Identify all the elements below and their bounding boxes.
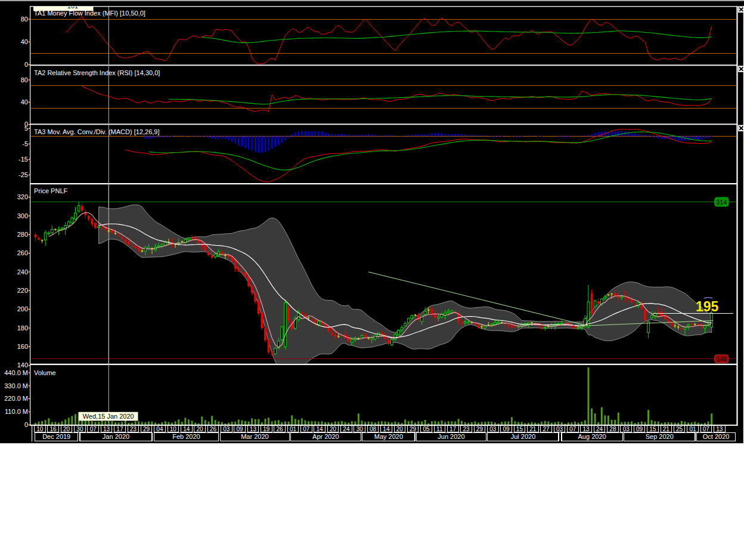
svg-text:440.0 M: 440.0 M — [4, 369, 28, 376]
svg-text:28: 28 — [609, 426, 616, 432]
svg-text:13: 13 — [103, 426, 110, 432]
svg-text:07: 07 — [90, 426, 97, 432]
svg-text:04: 04 — [156, 426, 163, 432]
svg-text:19: 19 — [263, 426, 270, 432]
svg-text:15: 15 — [516, 426, 523, 432]
svg-text:20: 20 — [396, 426, 404, 432]
svg-text:330.0 M: 330.0 M — [4, 382, 28, 389]
svg-text:Aug 2020: Aug 2020 — [578, 433, 606, 440]
svg-text:314: 314 — [716, 199, 727, 206]
svg-text:240: 240 — [17, 268, 28, 276]
svg-text:13: 13 — [583, 426, 590, 432]
svg-text:10: 10 — [36, 426, 44, 432]
svg-text:20: 20 — [330, 426, 337, 432]
svg-text:-15: -15 — [18, 156, 28, 163]
svg-text:01: 01 — [290, 426, 297, 432]
svg-text:03: 03 — [623, 426, 630, 432]
svg-text:21: 21 — [663, 426, 670, 432]
svg-text:Mar 2020: Mar 2020 — [241, 433, 268, 440]
svg-text:160: 160 — [17, 343, 28, 350]
svg-text:-25: -25 — [18, 171, 28, 178]
svg-text:09: 09 — [503, 426, 510, 432]
svg-text:Jan 2020: Jan 2020 — [103, 433, 129, 440]
svg-text:TA2 Relative Strength Index (R: TA2 Relative Strength Index (RSI) [14,30… — [34, 69, 160, 76]
svg-text:23: 23 — [463, 426, 470, 432]
svg-text:03: 03 — [556, 426, 563, 432]
svg-text:26: 26 — [277, 426, 284, 432]
svg-text:29: 29 — [143, 426, 150, 432]
svg-text:200: 200 — [17, 305, 28, 313]
svg-text:40: 40 — [21, 38, 28, 45]
svg-text:03: 03 — [223, 426, 230, 432]
svg-text:30: 30 — [356, 426, 364, 432]
svg-text:25: 25 — [676, 426, 683, 432]
svg-text:27: 27 — [543, 426, 550, 432]
svg-text:Price PNLF: Price PNLF — [34, 187, 68, 194]
svg-text:260: 260 — [17, 249, 28, 256]
svg-text:09: 09 — [237, 426, 244, 432]
svg-text:180: 180 — [17, 324, 28, 332]
svg-text:10: 10 — [170, 426, 177, 432]
svg-text:Jun 2020: Jun 2020 — [438, 433, 464, 440]
svg-text:May 2020: May 2020 — [374, 433, 403, 440]
svg-text:Jul 2020: Jul 2020 — [511, 433, 536, 440]
svg-text:26: 26 — [210, 426, 217, 432]
svg-text:05: 05 — [423, 426, 430, 432]
svg-text:320: 320 — [17, 193, 28, 200]
svg-text:TA3 Mov. Avg. Conv./Div. (MACD: TA3 Mov. Avg. Conv./Div. (MACD) [12,26,9… — [34, 128, 160, 135]
svg-text:30: 30 — [76, 426, 83, 432]
svg-text:14: 14 — [183, 426, 190, 432]
svg-text:-5: -5 — [22, 140, 28, 147]
svg-text:29: 29 — [476, 426, 483, 432]
svg-text:21: 21 — [529, 426, 537, 432]
svg-text:20: 20 — [63, 426, 70, 432]
svg-text:08: 08 — [370, 426, 377, 432]
svg-text:07: 07 — [569, 426, 576, 432]
svg-text:0: 0 — [24, 421, 28, 428]
svg-text:80: 80 — [21, 16, 28, 23]
svg-text:07: 07 — [303, 426, 310, 432]
svg-text:146: 146 — [716, 355, 727, 363]
svg-text:17: 17 — [450, 426, 457, 432]
svg-text:23: 23 — [130, 426, 137, 432]
svg-text:14: 14 — [383, 426, 390, 432]
svg-text:Wed,15 Jan 2020: Wed,15 Jan 2020 — [83, 413, 134, 420]
svg-text:195: 195 — [696, 299, 719, 314]
svg-text:40: 40 — [21, 98, 28, 106]
svg-text:280: 280 — [17, 231, 28, 238]
svg-text:220: 220 — [17, 287, 28, 294]
svg-text:140: 140 — [17, 361, 28, 369]
svg-text:29: 29 — [410, 426, 417, 432]
svg-text:24: 24 — [343, 426, 350, 432]
svg-text:14: 14 — [317, 426, 324, 432]
svg-text:16: 16 — [50, 426, 57, 432]
svg-text:03: 03 — [489, 426, 497, 432]
svg-text:24: 24 — [596, 426, 603, 432]
svg-text:13: 13 — [716, 426, 723, 432]
svg-text:17: 17 — [116, 426, 123, 432]
svg-text:Volume: Volume — [34, 369, 56, 376]
svg-text:5: 5 — [24, 125, 28, 132]
svg-text:Sep 2020: Sep 2020 — [646, 433, 674, 440]
svg-text:Feb 2020: Feb 2020 — [172, 433, 200, 440]
svg-text:300: 300 — [17, 212, 28, 219]
svg-text:11: 11 — [436, 426, 443, 432]
svg-text:Oct 2020: Oct 2020 — [703, 433, 730, 440]
svg-text:Apr 2020: Apr 2020 — [312, 433, 339, 440]
svg-text:20: 20 — [196, 426, 203, 432]
svg-text:0: 0 — [24, 61, 28, 68]
svg-text:Dec 2019: Dec 2019 — [42, 433, 70, 440]
svg-text:13: 13 — [250, 426, 257, 432]
svg-text:110.0 M: 110.0 M — [5, 408, 28, 415]
svg-text:15: 15 — [649, 426, 656, 432]
svg-text:220.0 M: 220.0 M — [4, 395, 28, 402]
svg-text:09: 09 — [636, 426, 643, 432]
svg-text:07: 07 — [703, 426, 710, 432]
svg-text:01: 01 — [689, 426, 696, 432]
svg-text:80: 80 — [21, 76, 28, 83]
